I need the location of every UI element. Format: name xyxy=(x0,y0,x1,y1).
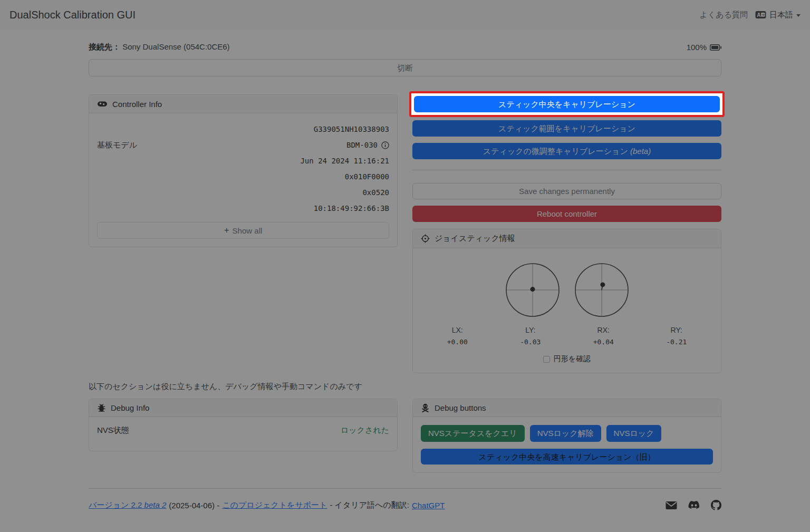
nvs-status-label: NVS状態 xyxy=(97,425,129,436)
github-icon[interactable] xyxy=(711,500,721,510)
debug-buttons-header: Debug buttons xyxy=(413,399,721,417)
tour-highlight-frame: スティック中央をキャリブレーション xyxy=(409,91,725,117)
stick-visualizations xyxy=(421,256,713,326)
release-date: (2025-04-06) - xyxy=(169,501,219,510)
table-row: 0x010F0000 xyxy=(97,169,389,185)
calibration-buttons: スティック中央をキャリブレーション スティック範囲をキャリブレーション スティッ… xyxy=(412,94,721,159)
chevron-down-icon xyxy=(796,14,801,17)
table-row: 0x0520 xyxy=(97,185,389,200)
calibrate-center-button[interactable]: スティック中央をキャリブレーション xyxy=(414,96,720,112)
axis-ry: RY: -0.21 xyxy=(640,326,713,346)
table-row: 基板モデル BDM-030 xyxy=(97,137,389,153)
hw-version-value: 0x0520 xyxy=(362,188,389,197)
right-stick-visualization xyxy=(574,263,629,317)
main-content: 接続先： Sony DualSense (054C:0CE6) 100% 切断 xyxy=(89,30,721,531)
debug-buttons-title: Debug buttons xyxy=(435,403,486,412)
nvs-button-row: NVSステータスをクエリ NVSロック解除 NVSロック xyxy=(421,425,713,442)
circularity-checkbox-label: 円形を確認 xyxy=(554,354,591,364)
translate-icon: A 文 xyxy=(755,11,766,19)
support-link[interactable]: このプロジェクトをサポート xyxy=(222,500,327,510)
calibration-column: スティック中央をキャリブレーション スティック範囲をキャリブレーション スティッ… xyxy=(412,94,721,373)
axis-ly: LY: -0.03 xyxy=(494,326,567,346)
table-row: G339051NH10338903 xyxy=(97,121,389,137)
plus-icon: + xyxy=(224,225,229,236)
calibrate-finetune-button[interactable]: スティックの微調整キャリブレーション (beta) xyxy=(412,143,721,159)
nvs-query-button[interactable]: NVSステータスをクエリ xyxy=(421,425,525,442)
mac-address-value: 10:18:49:92:66:3B xyxy=(314,204,389,212)
debug-buttons-card: Debug buttons NVSステータスをクエリ NVSロック解除 NVSロ… xyxy=(412,399,721,473)
debug-buttons-body: NVSステータスをクエリ NVSロック解除 NVSロック スティック中央を高速キ… xyxy=(413,417,721,472)
navbar: DualShock Calibration GUI よくある質問 A 文 日本語 xyxy=(0,0,810,30)
table-row: 10:18:49:92:66:3B xyxy=(97,200,389,216)
svg-text:A: A xyxy=(757,12,760,18)
footer-text: バージョン 2.2 beta 2 (2025-04-06) - このプロジェクト… xyxy=(89,500,445,510)
fast-center-calibration-button[interactable]: スティック中央を高速キャリブレーション（旧） xyxy=(421,449,713,465)
board-model-value: BDM-030 xyxy=(346,141,389,149)
fw-version-value: 0x010F0000 xyxy=(345,172,389,181)
language-dropdown[interactable]: A 文 日本語 xyxy=(755,10,801,20)
divider xyxy=(412,170,721,170)
connection-label: 接続先： xyxy=(89,42,120,51)
battery-icon xyxy=(710,44,721,51)
skull-crossbones-icon xyxy=(421,403,430,412)
connected-device: Sony DualSense (054C:0CE6) xyxy=(122,42,229,51)
faq-link[interactable]: よくある質問 xyxy=(700,10,748,20)
connection-status: 接続先： Sony DualSense (054C:0CE6) xyxy=(89,42,230,52)
crosshair-icon xyxy=(421,234,430,243)
row-label: 基板モデル xyxy=(97,140,137,150)
footer-icons xyxy=(666,500,721,510)
joystick-info-body: LX: +0.00 LY: -0.03 RX: +0.04 RY: xyxy=(413,248,721,373)
app-title: DualShock Calibration GUI xyxy=(9,9,136,21)
discord-icon[interactable] xyxy=(688,501,700,510)
navbar-right: よくある質問 A 文 日本語 xyxy=(700,10,801,20)
left-stick-visualization xyxy=(505,263,560,317)
calibrate-range-button[interactable]: スティック範囲をキャリブレーション xyxy=(412,120,721,137)
axes-values: LX: +0.00 LY: -0.03 RX: +0.04 RY: xyxy=(421,326,713,346)
debug-info-card: Debug Info NVS状態 ロックされた xyxy=(89,399,398,451)
disconnect-button[interactable]: 切断 xyxy=(89,59,721,76)
battery-status: 100% xyxy=(687,43,721,52)
debug-info-header: Debug Info xyxy=(89,399,397,417)
debug-section-note: 以下のセクションは役に立ちません、デバッグ情報や手動コマンドのみです xyxy=(89,382,721,392)
debug-grid: Debug Info NVS状態 ロックされた xyxy=(89,399,721,473)
axis-rx: RX: +0.04 xyxy=(567,326,640,346)
nvs-unlock-button[interactable]: NVSロック解除 xyxy=(530,425,601,442)
axis-lx: LX: +0.00 xyxy=(421,326,494,346)
nvs-status-value: ロックされた xyxy=(341,425,389,436)
beta-label: (beta) xyxy=(630,147,651,156)
circularity-checkbox[interactable] xyxy=(543,356,550,363)
svg-text:文: 文 xyxy=(761,13,765,17)
table-row: Jun 24 2024 11:16:21 xyxy=(97,153,389,169)
persist-buttons: Save changes permanently Reboot controll… xyxy=(412,183,721,222)
joystick-info-header: ジョイスティック情報 xyxy=(413,229,721,248)
joystick-info-title: ジョイスティック情報 xyxy=(435,234,515,244)
nvs-lock-button[interactable]: NVSロック xyxy=(606,425,662,442)
version-link[interactable]: バージョン 2.2 beta 2 xyxy=(89,500,166,510)
build-date-value: Jun 24 2024 11:16:21 xyxy=(300,157,389,165)
controller-info-title: Controller Info xyxy=(112,100,162,109)
footer: バージョン 2.2 beta 2 (2025-04-06) - このプロジェクト… xyxy=(89,489,721,531)
controller-info-card: Controller Info G339051NH10338903 基板モデル … xyxy=(89,94,398,247)
translator-label: - イタリア語への翻訳: xyxy=(330,500,409,510)
main-grid: Controller Info G339051NH10338903 基板モデル … xyxy=(89,94,721,373)
serial-number-value: G339051NH10338903 xyxy=(314,125,389,133)
info-circle-icon[interactable] xyxy=(381,141,389,149)
translator-link[interactable]: ChatGPT xyxy=(412,501,445,510)
debug-info-title: Debug Info xyxy=(111,403,149,412)
debug-info-body: NVS状態 ロックされた xyxy=(89,417,397,451)
save-changes-button[interactable]: Save changes permanently xyxy=(412,183,721,199)
controller-info-body: G339051NH10338903 基板モデル BDM-030 xyxy=(89,113,397,247)
show-all-button[interactable]: + Show all xyxy=(97,222,389,239)
connection-row: 接続先： Sony DualSense (054C:0CE6) 100% xyxy=(89,42,721,52)
controller-icon xyxy=(97,99,108,109)
nvs-status-row: NVS状態 ロックされた xyxy=(97,425,389,443)
controller-info-header: Controller Info xyxy=(89,95,397,113)
battery-percentage: 100% xyxy=(687,43,707,52)
circularity-check-row: 円形を確認 xyxy=(421,346,713,365)
language-label: 日本語 xyxy=(769,10,793,20)
email-icon[interactable] xyxy=(666,501,677,510)
reboot-controller-button[interactable]: Reboot controller xyxy=(412,206,721,222)
joystick-info-card: ジョイスティック情報 xyxy=(412,229,721,373)
bug-icon xyxy=(97,403,106,412)
